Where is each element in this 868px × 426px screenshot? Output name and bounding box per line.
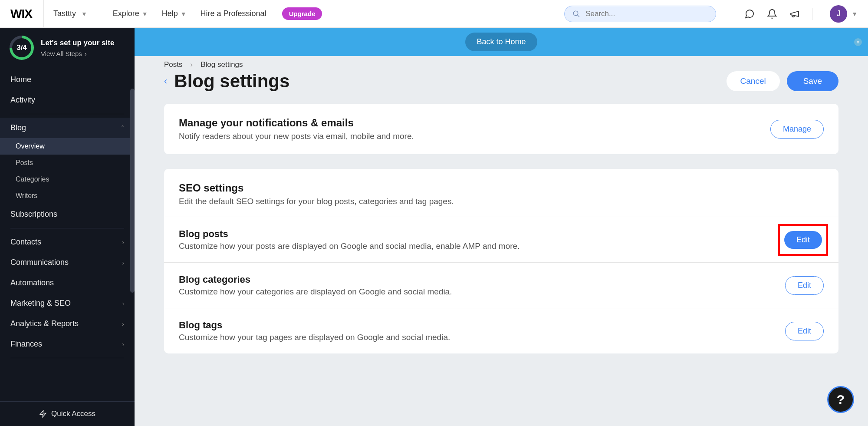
divider	[10, 358, 124, 358]
edit-blog-posts-button[interactable]: Edit	[784, 231, 822, 249]
megaphone-icon[interactable]	[789, 9, 800, 19]
page-header: ‹ Blog settings Cancel Save	[164, 71, 838, 92]
sidebar-label: Subscriptions	[10, 210, 57, 219]
quick-access[interactable]: Quick Access	[0, 401, 135, 426]
nav-hire-label: Hire a Professional	[201, 9, 266, 18]
nav-explore-label: Explore	[113, 9, 139, 18]
sidebar-item-finances[interactable]: Finances ›	[0, 334, 135, 354]
highlight-box: Edit	[778, 224, 828, 256]
sidebar-label: Analytics & Reports	[10, 319, 79, 328]
sidebar-item-blog[interactable]: Blog ˄	[0, 118, 135, 138]
chevron-down-icon: ▼	[142, 10, 148, 17]
header-actions: Cancel Save	[727, 71, 838, 91]
sidebar-item-subscriptions[interactable]: Subscriptions	[0, 204, 135, 225]
site-name: Tasttty	[53, 9, 76, 18]
manage-button[interactable]: Manage	[770, 120, 824, 139]
chevron-right-icon: ›	[122, 259, 124, 266]
page-title-group: ‹ Blog settings	[164, 71, 289, 92]
seo-item-title: Blog tags	[179, 320, 450, 331]
view-steps-link[interactable]: View All Steps ›	[41, 50, 125, 57]
chevron-right-icon: ›	[122, 239, 124, 246]
sidebar-subitem-writers[interactable]: Writers	[0, 188, 135, 204]
sidebar-subitem-categories[interactable]: Categories	[0, 171, 135, 188]
sidebar-item-communications[interactable]: Communications ›	[0, 252, 135, 273]
seo-header: SEO settings Edit the default SEO settin…	[164, 169, 838, 217]
notifications-title: Manage your notifications & emails	[179, 117, 414, 129]
chevron-right-icon: ›	[191, 60, 193, 69]
search-box[interactable]	[564, 6, 716, 22]
banner-close-button[interactable]: ×	[854, 38, 862, 46]
user-menu[interactable]: J ▼	[825, 5, 858, 23]
sidebar: 3/4 Let's set up your site View All Step…	[0, 28, 135, 426]
notifications-desc: Notify readers about your new posts via …	[179, 132, 414, 141]
chat-icon[interactable]	[744, 9, 755, 19]
edit-tags-button[interactable]: Edit	[785, 322, 824, 340]
save-button[interactable]: Save	[787, 71, 838, 91]
bell-icon[interactable]	[767, 9, 777, 19]
nav-explore[interactable]: Explore ▼	[108, 6, 153, 22]
breadcrumb-settings[interactable]: Blog settings	[201, 60, 243, 69]
breadcrumb-posts[interactable]: Posts	[164, 60, 183, 69]
back-to-home-button[interactable]: Back to Home	[465, 33, 537, 51]
sidebar-label: Automations	[10, 278, 54, 287]
seo-item-desc: Customize how your tag pages are display…	[179, 333, 450, 342]
sidebar-item-home[interactable]: Home	[0, 69, 135, 90]
breadcrumb: Posts › Blog settings	[164, 60, 838, 69]
chevron-down-icon: ▼	[181, 10, 187, 17]
svg-line-1	[577, 15, 579, 17]
nav-help[interactable]: Help ▼	[157, 6, 192, 22]
topbar-icons: J ▼	[732, 5, 858, 23]
back-arrow[interactable]: ‹	[164, 76, 167, 87]
notifications-text: Manage your notifications & emails Notif…	[179, 117, 414, 141]
divider	[732, 8, 732, 20]
sidebar-item-activity[interactable]: Activity	[0, 90, 135, 110]
setup-title: Let's set up your site	[41, 38, 125, 48]
sidebar-subitem-overview[interactable]: Overview	[0, 138, 135, 155]
scrollbar[interactable]	[130, 89, 135, 293]
nav-hire[interactable]: Hire a Professional	[195, 6, 272, 22]
chevron-down-icon: ▼	[852, 10, 858, 17]
sidebar-item-contacts[interactable]: Contacts ›	[0, 232, 135, 252]
sidebar-item-analytics[interactable]: Analytics & Reports ›	[0, 314, 135, 334]
sidebar-item-marketing[interactable]: Marketing & SEO ›	[0, 293, 135, 314]
upgrade-button[interactable]: Upgrade	[282, 7, 322, 20]
nav-help-label: Help	[162, 9, 178, 18]
seo-item-blog-posts: Blog posts Customize how your posts are …	[164, 217, 838, 262]
progress-text: 3/4	[16, 43, 27, 52]
seo-item-title: Blog posts	[179, 228, 519, 240]
chevron-right-icon: ›	[122, 341, 124, 348]
seo-item-blog-categories: Blog categories Customize how your categ…	[164, 262, 838, 308]
help-fab[interactable]: ?	[827, 386, 854, 413]
sidebar-label: Blog	[10, 123, 26, 132]
edit-categories-button[interactable]: Edit	[785, 276, 824, 295]
seo-item-desc: Customize how your posts are displayed o…	[179, 241, 519, 251]
search-input[interactable]	[585, 10, 708, 18]
svg-point-0	[573, 11, 578, 16]
seo-item-blog-tags: Blog tags Customize how your tag pages a…	[164, 308, 838, 353]
view-steps-label: View All Steps	[41, 50, 82, 57]
avatar: J	[830, 5, 847, 23]
seo-item-desc: Customize how your categories are displa…	[179, 287, 452, 297]
main: Back to Home × Posts › Blog settings ‹ B…	[135, 28, 868, 426]
wix-logo[interactable]: WIX	[10, 7, 43, 21]
divider	[812, 8, 812, 20]
setup-card[interactable]: 3/4 Let's set up your site View All Step…	[0, 28, 135, 68]
site-selector[interactable]: Tasttty ▼	[43, 0, 97, 28]
sidebar-label: Activity	[10, 96, 35, 105]
seo-title: SEO settings	[179, 182, 824, 194]
search-icon	[572, 10, 580, 18]
sidebar-item-automations[interactable]: Automations	[0, 273, 135, 293]
cancel-button[interactable]: Cancel	[727, 71, 780, 91]
chevron-down-icon: ▼	[81, 10, 87, 17]
chevron-right-icon: ›	[122, 320, 124, 327]
progress-ring: 3/4	[10, 36, 34, 60]
quick-access-label: Quick Access	[51, 409, 95, 418]
banner: Back to Home ×	[135, 28, 868, 56]
divider	[10, 228, 124, 228]
lightning-icon	[39, 410, 47, 418]
seo-card: SEO settings Edit the default SEO settin…	[164, 169, 838, 353]
sidebar-subitem-posts[interactable]: Posts	[0, 155, 135, 171]
seo-desc: Edit the default SEO settings for your b…	[179, 197, 824, 206]
sidebar-label: Finances	[10, 340, 42, 349]
divider	[10, 114, 124, 114]
